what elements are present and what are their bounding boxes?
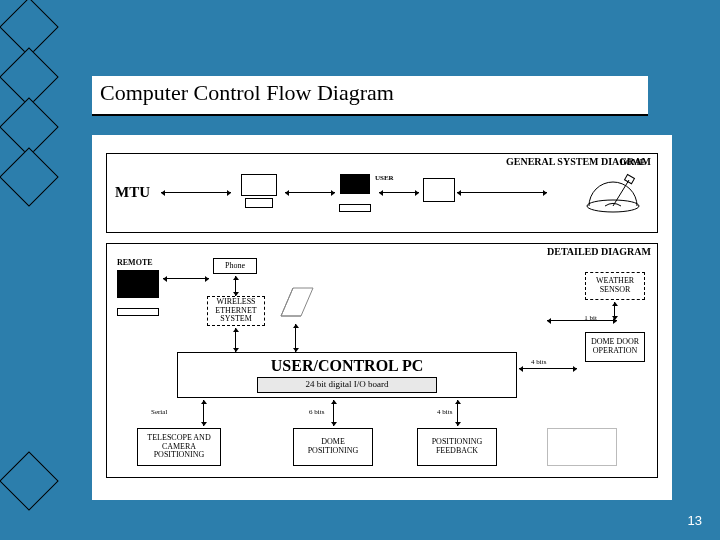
user-control-pc: USER/CONTROL PC 24 bit digital I/O board (177, 352, 517, 398)
arrow-icon (203, 400, 204, 426)
user-pc-icon: USER (339, 174, 371, 216)
svg-line-1 (613, 180, 629, 206)
io-board-box: 24 bit digital I/O board (257, 377, 437, 393)
page-number: 13 (688, 513, 702, 528)
transform-icon (275, 282, 319, 322)
slide: Computer Control Flow Diagram GENERAL SY… (0, 0, 720, 540)
user-label: USER (375, 174, 394, 182)
arrow-icon (161, 192, 231, 193)
weather-sensor-box: WEATHER SENSOR (585, 272, 645, 300)
chevron-icon (8, 460, 64, 516)
mtu-label: MTU (115, 184, 150, 201)
svg-rect-2 (625, 175, 635, 184)
arrow-icon (547, 320, 617, 321)
arrow-icon (235, 328, 236, 352)
serial-label: Serial (151, 408, 167, 416)
wan-device-icon (237, 174, 281, 208)
page-title: Computer Control Flow Diagram (92, 76, 648, 116)
bits6-label: 6 bits (309, 408, 324, 416)
arrow-icon (379, 192, 419, 193)
dome-door-box: DOME DOOR OPERATION (585, 332, 645, 362)
arrow-icon (333, 400, 334, 426)
telescope-box: TELESCOPE AND CAMERA POSITIONING (137, 428, 221, 466)
detailed-label: DETAILED DIAGRAM (547, 246, 651, 257)
arrow-icon (235, 276, 236, 296)
arrow-icon (295, 324, 296, 352)
phone-box: Phone (213, 258, 257, 274)
bits4a-label: 4 bits (531, 358, 546, 366)
diagram-area: GENERAL SYSTEM DIAGRAM MTU USER DOME (92, 135, 672, 500)
general-panel: GENERAL SYSTEM DIAGRAM MTU USER DOME (106, 153, 658, 233)
chevron-icon (8, 156, 64, 212)
arrow-icon (163, 278, 209, 279)
positioning-feedback-box: POSITIONING FEEDBACK (417, 428, 497, 466)
arrow-icon (519, 368, 577, 369)
wireless-box: WIRELESS ETHERNET SYSTEM (207, 296, 265, 326)
arrow-icon (285, 192, 335, 193)
spare-box (547, 428, 617, 466)
interface-box-icon (423, 178, 455, 202)
arrow-icon (457, 400, 458, 426)
arrow-icon (457, 192, 547, 193)
dome-icon: DOME (583, 166, 643, 206)
dome-positioning-box: DOME POSITIONING (293, 428, 373, 466)
detailed-panel: DETAILED DIAGRAM REMOTE Phone WIRELESS E… (106, 243, 658, 478)
bits4b-label: 4 bits (437, 408, 452, 416)
dome-label: DOME (620, 158, 645, 167)
remote-pc-icon (117, 270, 159, 320)
user-pc-label: USER/CONTROL PC (271, 357, 423, 375)
remote-label: REMOTE (117, 258, 153, 267)
